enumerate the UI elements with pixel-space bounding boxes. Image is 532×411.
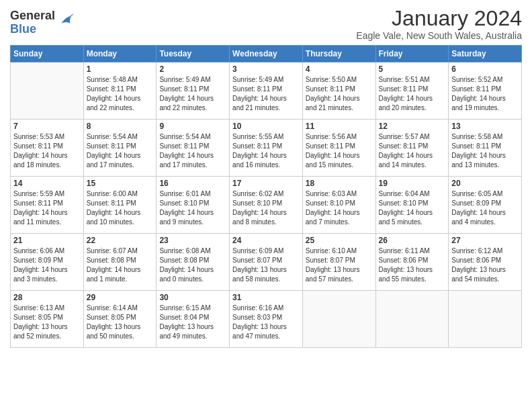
calendar-week-row: 14Sunrise: 5:59 AM Sunset: 8:11 PM Dayli… bbox=[11, 177, 522, 234]
day-info: Sunrise: 5:57 AM Sunset: 8:11 PM Dayligh… bbox=[379, 132, 446, 170]
day-number: 26 bbox=[379, 236, 446, 245]
day-info: Sunrise: 6:07 AM Sunset: 8:08 PM Dayligh… bbox=[87, 246, 154, 284]
day-info: Sunrise: 6:01 AM Sunset: 8:10 PM Dayligh… bbox=[159, 189, 226, 227]
day-info: Sunrise: 6:04 AM Sunset: 8:10 PM Dayligh… bbox=[379, 189, 446, 227]
day-number: 28 bbox=[13, 293, 81, 302]
day-info: Sunrise: 6:06 AM Sunset: 8:09 PM Dayligh… bbox=[13, 246, 81, 284]
day-info: Sunrise: 5:50 AM Sunset: 8:11 PM Dayligh… bbox=[306, 75, 373, 113]
calendar-week-row: 28Sunrise: 6:13 AM Sunset: 8:05 PM Dayli… bbox=[11, 291, 522, 348]
day-info: Sunrise: 6:14 AM Sunset: 8:05 PM Dayligh… bbox=[87, 304, 154, 341]
logo-bird-icon bbox=[56, 12, 75, 31]
day-info: Sunrise: 6:15 AM Sunset: 8:04 PM Dayligh… bbox=[159, 304, 226, 341]
table-row bbox=[449, 291, 522, 348]
day-number: 30 bbox=[159, 293, 226, 302]
day-number: 16 bbox=[159, 179, 226, 188]
day-info: Sunrise: 6:08 AM Sunset: 8:08 PM Dayligh… bbox=[159, 246, 226, 284]
table-row: 31Sunrise: 6:16 AM Sunset: 8:03 PM Dayli… bbox=[230, 291, 303, 348]
table-row: 7Sunrise: 5:53 AM Sunset: 8:11 PM Daylig… bbox=[11, 120, 84, 177]
day-info: Sunrise: 5:56 AM Sunset: 8:11 PM Dayligh… bbox=[306, 132, 373, 170]
table-row: 18Sunrise: 6:03 AM Sunset: 8:10 PM Dayli… bbox=[302, 177, 375, 234]
col-thursday: Thursday bbox=[302, 46, 375, 62]
table-row bbox=[11, 62, 84, 120]
day-number: 2 bbox=[159, 64, 226, 74]
table-row: 30Sunrise: 6:15 AM Sunset: 8:04 PM Dayli… bbox=[157, 291, 230, 348]
day-number: 4 bbox=[306, 64, 373, 74]
table-row: 22Sunrise: 6:07 AM Sunset: 8:08 PM Dayli… bbox=[83, 234, 157, 291]
col-sunday: Sunday bbox=[11, 46, 84, 62]
day-info: Sunrise: 6:12 AM Sunset: 8:06 PM Dayligh… bbox=[451, 246, 519, 284]
table-row: 8Sunrise: 5:54 AM Sunset: 8:11 PM Daylig… bbox=[83, 120, 157, 177]
table-row: 4Sunrise: 5:50 AM Sunset: 8:11 PM Daylig… bbox=[302, 62, 375, 120]
day-number: 27 bbox=[451, 236, 519, 245]
table-row: 15Sunrise: 6:00 AM Sunset: 8:11 PM Dayli… bbox=[83, 177, 157, 234]
calendar-week-row: 21Sunrise: 6:06 AM Sunset: 8:09 PM Dayli… bbox=[11, 234, 522, 291]
table-row: 24Sunrise: 6:09 AM Sunset: 8:07 PM Dayli… bbox=[230, 234, 303, 291]
table-row: 16Sunrise: 6:01 AM Sunset: 8:10 PM Dayli… bbox=[157, 177, 230, 234]
day-info: Sunrise: 5:51 AM Sunset: 8:11 PM Dayligh… bbox=[379, 75, 446, 113]
logo-general: General bbox=[10, 9, 55, 23]
day-number: 24 bbox=[232, 236, 300, 245]
day-info: Sunrise: 6:11 AM Sunset: 8:06 PM Dayligh… bbox=[379, 246, 446, 284]
table-row bbox=[302, 291, 375, 348]
day-number: 14 bbox=[13, 179, 81, 188]
day-number: 25 bbox=[306, 236, 373, 245]
day-info: Sunrise: 5:49 AM Sunset: 8:11 PM Dayligh… bbox=[159, 75, 226, 113]
title-area: January 2024 Eagle Vale, New South Wales… bbox=[356, 7, 522, 41]
day-number: 6 bbox=[451, 64, 519, 74]
table-row: 27Sunrise: 6:12 AM Sunset: 8:06 PM Dayli… bbox=[449, 234, 522, 291]
calendar-header-row: Sunday Monday Tuesday Wednesday Thursday… bbox=[11, 46, 522, 62]
col-tuesday: Tuesday bbox=[157, 46, 230, 62]
table-row: 11Sunrise: 5:56 AM Sunset: 8:11 PM Dayli… bbox=[302, 120, 375, 177]
day-info: Sunrise: 5:49 AM Sunset: 8:11 PM Dayligh… bbox=[232, 75, 300, 113]
logo-blue: Blue bbox=[10, 23, 55, 36]
day-info: Sunrise: 6:10 AM Sunset: 8:07 PM Dayligh… bbox=[306, 246, 373, 284]
day-number: 15 bbox=[87, 179, 154, 188]
day-number: 21 bbox=[13, 236, 81, 245]
day-number: 10 bbox=[232, 122, 300, 131]
day-number: 7 bbox=[13, 122, 81, 131]
table-row: 17Sunrise: 6:02 AM Sunset: 8:10 PM Dayli… bbox=[230, 177, 303, 234]
calendar-week-row: 1Sunrise: 5:48 AM Sunset: 8:11 PM Daylig… bbox=[11, 62, 522, 120]
table-row: 20Sunrise: 6:05 AM Sunset: 8:09 PM Dayli… bbox=[449, 177, 522, 234]
day-number: 1 bbox=[87, 64, 154, 74]
day-info: Sunrise: 6:09 AM Sunset: 8:07 PM Dayligh… bbox=[232, 246, 300, 284]
table-row: 6Sunrise: 5:52 AM Sunset: 8:11 PM Daylig… bbox=[449, 62, 522, 120]
day-info: Sunrise: 6:00 AM Sunset: 8:11 PM Dayligh… bbox=[87, 189, 154, 227]
day-info: Sunrise: 5:59 AM Sunset: 8:11 PM Dayligh… bbox=[13, 189, 81, 227]
day-info: Sunrise: 5:53 AM Sunset: 8:11 PM Dayligh… bbox=[13, 132, 81, 170]
day-info: Sunrise: 6:16 AM Sunset: 8:03 PM Dayligh… bbox=[232, 304, 300, 341]
day-number: 3 bbox=[232, 64, 300, 74]
table-row: 29Sunrise: 6:14 AM Sunset: 8:05 PM Dayli… bbox=[83, 291, 157, 348]
table-row bbox=[375, 291, 449, 348]
table-row: 9Sunrise: 5:54 AM Sunset: 8:11 PM Daylig… bbox=[157, 120, 230, 177]
day-number: 11 bbox=[306, 122, 373, 131]
calendar-table: Sunday Monday Tuesday Wednesday Thursday… bbox=[10, 45, 522, 348]
table-row: 5Sunrise: 5:51 AM Sunset: 8:11 PM Daylig… bbox=[375, 62, 449, 120]
table-row: 28Sunrise: 6:13 AM Sunset: 8:05 PM Dayli… bbox=[11, 291, 84, 348]
col-friday: Friday bbox=[375, 46, 449, 62]
table-row: 26Sunrise: 6:11 AM Sunset: 8:06 PM Dayli… bbox=[375, 234, 449, 291]
table-row: 25Sunrise: 6:10 AM Sunset: 8:07 PM Dayli… bbox=[302, 234, 375, 291]
day-info: Sunrise: 5:55 AM Sunset: 8:11 PM Dayligh… bbox=[232, 132, 300, 170]
day-number: 8 bbox=[87, 122, 154, 131]
day-number: 31 bbox=[232, 293, 300, 302]
day-info: Sunrise: 6:03 AM Sunset: 8:10 PM Dayligh… bbox=[306, 189, 373, 227]
day-info: Sunrise: 6:05 AM Sunset: 8:09 PM Dayligh… bbox=[451, 189, 519, 227]
day-info: Sunrise: 5:58 AM Sunset: 8:11 PM Dayligh… bbox=[451, 132, 519, 170]
col-monday: Monday bbox=[83, 46, 157, 62]
table-row: 12Sunrise: 5:57 AM Sunset: 8:11 PM Dayli… bbox=[375, 120, 449, 177]
header: General Blue January 2024 Eagle Vale, Ne… bbox=[10, 7, 522, 41]
table-row: 3Sunrise: 5:49 AM Sunset: 8:11 PM Daylig… bbox=[230, 62, 303, 120]
col-saturday: Saturday bbox=[449, 46, 522, 62]
day-info: Sunrise: 6:13 AM Sunset: 8:05 PM Dayligh… bbox=[13, 304, 81, 341]
col-wednesday: Wednesday bbox=[230, 46, 303, 62]
table-row: 19Sunrise: 6:04 AM Sunset: 8:10 PM Dayli… bbox=[375, 177, 449, 234]
day-number: 5 bbox=[379, 64, 446, 74]
month-title: January 2024 bbox=[356, 7, 522, 30]
logo: General Blue bbox=[10, 9, 75, 36]
table-row: 2Sunrise: 5:49 AM Sunset: 8:11 PM Daylig… bbox=[157, 62, 230, 120]
day-number: 17 bbox=[232, 179, 300, 188]
day-number: 22 bbox=[87, 236, 154, 245]
day-number: 29 bbox=[87, 293, 154, 302]
day-info: Sunrise: 5:52 AM Sunset: 8:11 PM Dayligh… bbox=[451, 75, 519, 113]
